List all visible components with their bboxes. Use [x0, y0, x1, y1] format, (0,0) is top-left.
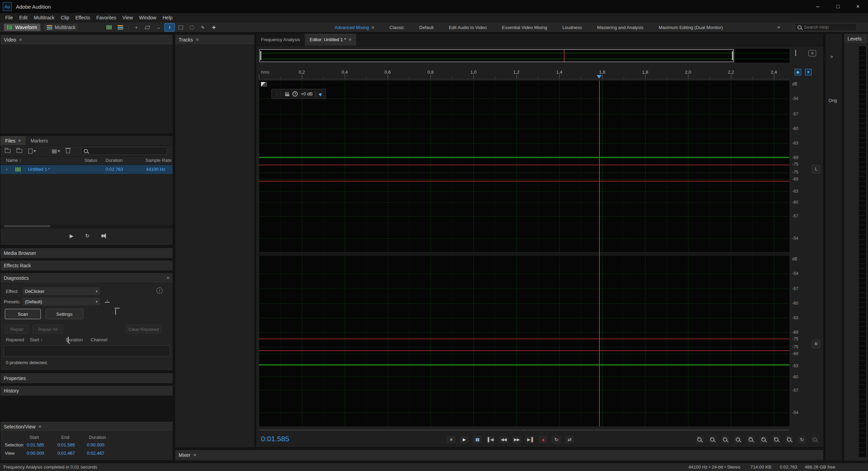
menu-clip[interactable]: Clip — [58, 13, 72, 22]
workspace-tab-edit-audio-to-video[interactable]: Edit Audio to Video — [441, 25, 495, 30]
close-button[interactable]: × — [848, 0, 868, 13]
playhead-line[interactable] — [599, 81, 600, 426]
visible-range-box[interactable] — [259, 49, 734, 62]
maximize-button[interactable]: □ — [828, 0, 848, 13]
workspace-tab-mastering-and-analysis[interactable]: Mastering and Analysis — [589, 25, 651, 30]
panel-menu-icon[interactable]: ≡ — [349, 37, 352, 42]
skip-selection-button[interactable]: ⇄ — [564, 435, 575, 444]
effects-rack-header[interactable]: Effects Rack — [0, 260, 173, 271]
history-header[interactable]: History — [0, 386, 173, 396]
diag-col-duration[interactable]: Duration — [66, 337, 83, 342]
hud-pin-icon[interactable] — [318, 92, 323, 96]
view-start-value[interactable]: 0:00.000 — [27, 451, 44, 456]
zoom-out-amplitude-icon[interactable]: ↔ — [733, 435, 742, 444]
channel-left-button[interactable]: L — [812, 165, 820, 173]
workspace-tab-maximum-editing[interactable]: Maximum Editing (Dual Monitor) — [651, 25, 731, 30]
timeline-marker-icon[interactable]: ▾ — [805, 69, 812, 75]
files-col-sample-rate[interactable]: Sample Rate — [145, 158, 171, 163]
minimize-button[interactable]: – — [808, 0, 828, 13]
zoom-to-selection-icon[interactable]: ▭ — [746, 435, 755, 444]
zoom-in-amplitude-icon[interactable]: ↕ — [721, 435, 730, 444]
levels-header[interactable]: Levels — [844, 34, 868, 44]
time-display[interactable]: 0:01.585 — [261, 435, 289, 443]
expand-panels-icon[interactable]: » — [830, 54, 833, 59]
auto-play-speaker-icon[interactable] — [101, 234, 103, 237]
channel-right-button[interactable]: R — [812, 340, 820, 348]
tab-frequency-analysis[interactable]: Frequency Analysis — [256, 34, 305, 46]
spot-healing-brush-tool-icon[interactable]: ✚ — [209, 23, 219, 31]
zoom-out-icon[interactable]: − — [708, 435, 717, 444]
workspace-tab-advanced-mixing[interactable]: Advanced Mixing ≡ — [327, 25, 382, 30]
selection-view-header[interactable]: Selection/View ≡ — [0, 422, 173, 432]
hud-knob-icon[interactable] — [292, 91, 298, 96]
waveform-corner-toggle-icon[interactable] — [261, 82, 267, 87]
media-browser-header[interactable]: Media Browser — [0, 248, 173, 258]
timeline-snap-icon[interactable]: ◉ — [795, 69, 801, 75]
repair-button[interactable]: Repair — [5, 325, 29, 334]
files-col-name[interactable]: Name ↑ — [6, 158, 21, 163]
insert-into-multitrack-button[interactable]: ▾ — [52, 148, 60, 154]
diagnostics-header[interactable]: Diagnostics ≡ — [0, 273, 173, 283]
multitrack-view-button[interactable]: Multitrack — [43, 23, 79, 31]
hud-grip-icon[interactable]: ⋮⋮ — [275, 92, 282, 96]
panel-menu-icon[interactable]: ≡ — [18, 138, 21, 143]
settings-button[interactable]: Settings — [45, 309, 83, 319]
selection-duration-value[interactable]: 0:00.000 — [87, 442, 105, 447]
tracks-header[interactable]: Tracks ≡ — [175, 35, 254, 45]
gain-hud[interactable]: ⋮⋮ +0 dB — [271, 89, 326, 99]
view-end-value[interactable]: 0:02.467 — [57, 451, 75, 456]
panel-menu-icon[interactable]: ≡ — [166, 275, 169, 280]
time-ruler[interactable]: hms 0,2 0,4 0,6 0,8 1,0 1,2 1,4 1,6 1,8 … — [259, 67, 789, 79]
help-search-input[interactable] — [804, 25, 854, 30]
view-duration-value[interactable]: 0:02.467 — [87, 451, 105, 456]
diag-col-channel[interactable]: Channel — [91, 337, 107, 342]
import-file-icon[interactable] — [17, 149, 22, 153]
properties-header[interactable]: Properties — [0, 373, 173, 384]
delete-file-icon[interactable] — [66, 149, 70, 153]
pause-button[interactable]: ▮▮ — [472, 435, 482, 444]
workspace-tab-default[interactable]: Default — [412, 25, 441, 30]
diag-col-start[interactable]: Start ↑ — [30, 337, 43, 342]
rewind-button[interactable]: ◀◀ — [498, 435, 509, 444]
waveform-channel-right[interactable] — [259, 256, 789, 426]
workspace-tab-essential-video-mixing[interactable]: Essential Video Mixing — [494, 25, 555, 30]
zoom-navigator[interactable] — [259, 49, 789, 63]
video-panel-header[interactable]: Video ≡ — [0, 35, 173, 45]
playhead-handle[interactable] — [597, 75, 602, 78]
zoom-in-left-icon[interactable]: ⟨ — [785, 435, 794, 444]
clear-repaired-button[interactable]: Clear Repaired — [126, 325, 161, 334]
panel-menu-icon[interactable]: ≡ — [19, 37, 22, 42]
waveform-display-icon[interactable] — [104, 23, 115, 31]
open-file-icon[interactable] — [5, 149, 10, 153]
record-button[interactable]: ● — [538, 435, 548, 444]
scrollbar-thumb[interactable] — [4, 225, 51, 227]
menu-favorites[interactable]: Favorites — [93, 13, 119, 22]
presets-dropdown[interactable]: (Default)▾ — [22, 297, 101, 306]
menu-window[interactable]: Window — [136, 13, 160, 22]
repair-all-button[interactable]: Repair All — [33, 325, 63, 334]
effect-dropdown[interactable]: DeClicker▾ — [22, 287, 101, 296]
diag-col-repaired[interactable]: Repaired — [6, 337, 24, 342]
spectral-display-icon[interactable] — [115, 23, 126, 31]
zoom-full-icon[interactable] — [810, 435, 819, 444]
marquee-selection-tool-icon[interactable] — [175, 23, 186, 31]
zoom-selection-out-point-icon[interactable]: ▸ — [772, 435, 781, 444]
stop-button[interactable]: ■ — [446, 435, 456, 444]
menu-effects[interactable]: Effects — [72, 13, 93, 22]
files-search-input[interactable] — [90, 148, 164, 154]
hud-gain-value[interactable]: +0 dB — [301, 91, 313, 96]
panel-menu-icon[interactable]: ≡ — [193, 452, 196, 458]
files-loop-button[interactable]: ↻ — [85, 233, 90, 239]
tab-files[interactable]: Files ≡ — [0, 136, 26, 145]
menu-view[interactable]: View — [119, 13, 136, 22]
menu-help[interactable]: Help — [160, 13, 176, 22]
selection-end-value[interactable]: 0:01.585 — [57, 442, 75, 447]
channel-divider[interactable] — [259, 252, 789, 256]
menu-edit[interactable]: Edit — [16, 13, 31, 22]
collapsed-panel-label[interactable]: Orig — [829, 98, 837, 103]
fast-forward-button[interactable]: ▶▶ — [512, 435, 522, 444]
workspace-tab-classic[interactable]: Classic — [382, 25, 412, 30]
waveform-display[interactable] — [259, 81, 789, 426]
waveform-view-button[interactable]: Waveform — [3, 23, 41, 31]
skip-to-start-button[interactable]: ▌◀ — [485, 435, 496, 444]
